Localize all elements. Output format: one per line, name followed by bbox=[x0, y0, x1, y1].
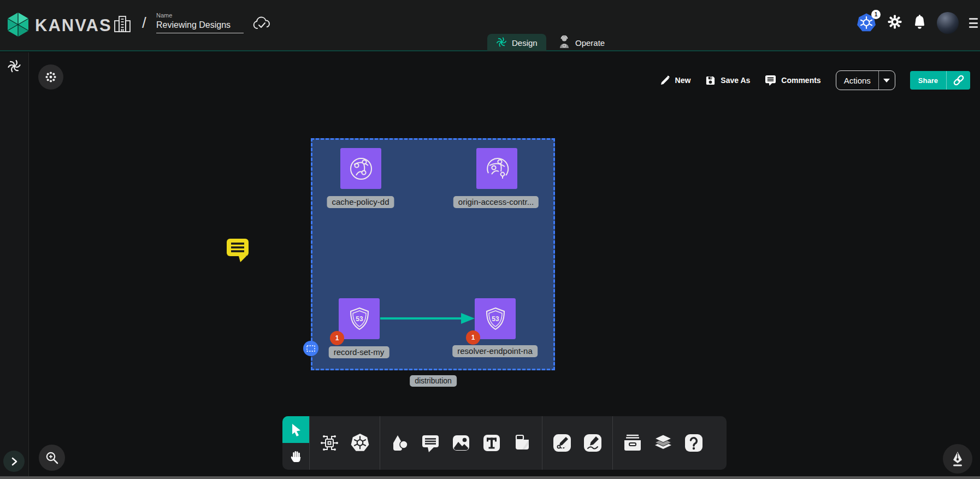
comment-bubble-yellow-icon bbox=[226, 236, 252, 263]
header: KANVAS / Name bbox=[0, 0, 980, 51]
pen-path-icon bbox=[552, 433, 572, 453]
design-name-input[interactable] bbox=[156, 19, 244, 33]
meshery-spiral-green-icon bbox=[496, 37, 507, 49]
actions-button-label: Actions bbox=[836, 76, 878, 85]
comments-button[interactable]: Comments bbox=[765, 75, 820, 86]
save-as-button[interactable]: Save As bbox=[705, 75, 750, 86]
menu-hamburger-icon[interactable] bbox=[969, 17, 977, 29]
kubernetes-tool-button[interactable] bbox=[350, 433, 370, 453]
tools-dock bbox=[282, 416, 727, 470]
tab-operate[interactable]: Operate bbox=[550, 34, 613, 51]
copy-link-button[interactable] bbox=[946, 71, 970, 90]
comment-icon bbox=[765, 75, 776, 86]
canvas-comment-marker[interactable] bbox=[226, 236, 252, 263]
chevron-down-icon bbox=[883, 79, 890, 82]
link-icon bbox=[953, 74, 965, 86]
logo-text: KANVAS bbox=[35, 16, 112, 36]
pencil-draw-tool-button[interactable] bbox=[582, 433, 603, 453]
cloud-saved-icon bbox=[252, 16, 272, 34]
kubernetes-context-button[interactable]: 1 bbox=[856, 13, 877, 33]
error-count-badge[interactable]: 1 bbox=[466, 330, 480, 345]
pencil-scribble-icon bbox=[583, 433, 603, 453]
design-actions-bar: New Save As Comments Actions bbox=[660, 70, 970, 91]
magnifier-plus-icon bbox=[45, 451, 59, 465]
share-split-button[interactable]: Share bbox=[910, 71, 970, 90]
meshsync-chip-button[interactable] bbox=[319, 433, 340, 453]
dashed-rect-icon bbox=[306, 345, 315, 352]
layers-button[interactable] bbox=[653, 433, 674, 453]
organization-icon[interactable] bbox=[114, 14, 131, 36]
image-tool-button[interactable] bbox=[451, 433, 471, 453]
node-label-origin-access[interactable]: origin-access-contr... bbox=[453, 196, 539, 208]
node-label-record-set[interactable]: record-set-my bbox=[329, 346, 389, 358]
zoom-in-button[interactable] bbox=[39, 445, 65, 471]
tab-design[interactable]: Design bbox=[487, 34, 546, 51]
tab-operate-label: Operate bbox=[575, 38, 605, 48]
shapes-tool-button[interactable] bbox=[389, 433, 410, 453]
help-button[interactable] bbox=[683, 433, 704, 453]
library-tools-group bbox=[613, 416, 713, 470]
expand-sidebar-button[interactable] bbox=[3, 451, 25, 472]
route53-shield-icon: 53 bbox=[345, 305, 374, 333]
hand-icon bbox=[289, 450, 303, 464]
group-select-handle[interactable] bbox=[303, 341, 318, 356]
comment-tool-button[interactable] bbox=[420, 433, 441, 453]
new-button-label: New bbox=[675, 76, 691, 85]
comments-button-label: Comments bbox=[781, 76, 820, 85]
sticky-note-icon bbox=[512, 433, 532, 453]
error-count-badge[interactable]: 1 bbox=[330, 331, 344, 345]
annotation-tools-group bbox=[380, 416, 542, 470]
operator-person-icon bbox=[558, 36, 570, 50]
chip-icon bbox=[320, 433, 339, 453]
notifications-bell-button[interactable] bbox=[913, 15, 926, 32]
annotation-pen-button[interactable] bbox=[943, 444, 972, 474]
svg-text:53: 53 bbox=[356, 315, 363, 323]
infra-tools-group bbox=[310, 416, 380, 470]
node-label-resolver-endpoint[interactable]: resolver-endpoint-na bbox=[452, 345, 538, 357]
save-floppy-icon bbox=[705, 75, 716, 86]
pan-tool-button[interactable] bbox=[282, 443, 309, 470]
kanvas-app: KANVAS / Name bbox=[0, 0, 980, 479]
components-drawer-button[interactable] bbox=[622, 433, 643, 453]
actions-split-button[interactable]: Actions bbox=[836, 70, 895, 90]
node-cache-policy[interactable] bbox=[340, 148, 381, 189]
new-button[interactable]: New bbox=[660, 75, 691, 86]
text-icon bbox=[482, 433, 501, 453]
sticky-note-tool-button[interactable] bbox=[512, 433, 533, 453]
select-tool-button[interactable] bbox=[282, 416, 309, 443]
canvas-options-button[interactable] bbox=[38, 64, 63, 90]
breadcrumb-separator: / bbox=[142, 14, 146, 32]
settings-button[interactable] bbox=[887, 14, 902, 32]
meshery-spiral-icon[interactable] bbox=[7, 59, 21, 75]
tab-design-label: Design bbox=[512, 38, 538, 48]
logo[interactable]: KANVAS bbox=[7, 12, 112, 39]
text-tool-button[interactable] bbox=[481, 433, 502, 453]
shapes-icon bbox=[390, 433, 410, 453]
node-resolver-endpoint[interactable]: 53 bbox=[475, 298, 516, 339]
cloudfront-globe-origin-icon bbox=[483, 155, 511, 183]
node-record-set[interactable]: 53 bbox=[339, 298, 380, 339]
chevron-right-icon bbox=[10, 457, 18, 466]
bottom-scrollbar[interactable] bbox=[0, 476, 980, 479]
edge-record-to-resolver[interactable] bbox=[380, 311, 476, 326]
node-origin-access-control[interactable] bbox=[476, 148, 517, 189]
left-sidebar bbox=[0, 52, 29, 479]
route53-shield-icon: 53 bbox=[481, 305, 510, 333]
comment-tool-icon bbox=[421, 434, 440, 452]
pen-path-tool-button[interactable] bbox=[552, 433, 572, 453]
svg-text:53: 53 bbox=[492, 315, 499, 323]
group-label-distribution[interactable]: distribution bbox=[410, 375, 457, 387]
kanvas-hexagon-icon bbox=[7, 12, 29, 39]
cursor-arrow-icon bbox=[290, 423, 303, 437]
actions-dropdown-toggle[interactable] bbox=[878, 70, 895, 90]
design-name-label: Name bbox=[156, 12, 246, 19]
save-as-button-label: Save As bbox=[721, 76, 750, 85]
cloudfront-globe-icon bbox=[347, 155, 375, 183]
share-button-label: Share bbox=[910, 76, 946, 85]
header-right-actions: 1 bbox=[856, 12, 977, 34]
pencil-icon bbox=[660, 75, 670, 86]
question-mark-icon bbox=[684, 433, 704, 453]
flower-dots-icon bbox=[44, 70, 57, 84]
user-avatar[interactable] bbox=[937, 12, 959, 34]
node-label-cache-policy[interactable]: cache-policy-dd bbox=[327, 196, 394, 208]
